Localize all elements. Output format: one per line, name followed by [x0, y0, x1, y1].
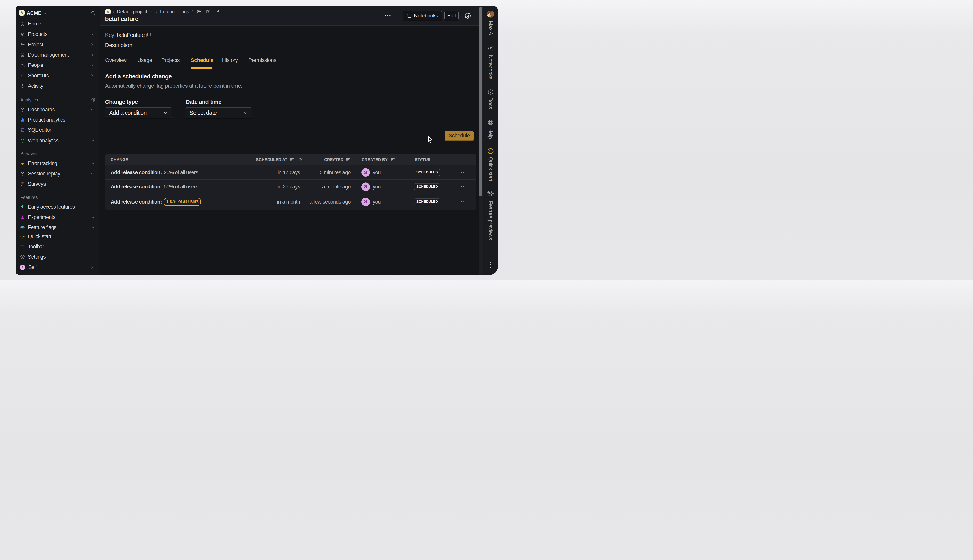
- svg-text:10: 10: [489, 149, 492, 153]
- svg-text:10: 10: [21, 235, 23, 238]
